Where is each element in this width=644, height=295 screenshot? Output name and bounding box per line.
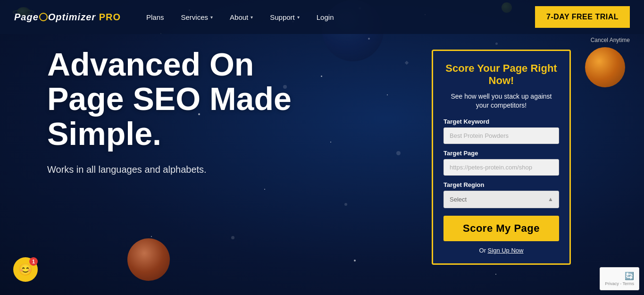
page-input[interactable] [443, 159, 559, 176]
signup-link[interactable]: Sign Up Now [488, 247, 524, 254]
recaptcha-text: Privacy - Terms [605, 281, 634, 286]
recaptcha-box: 🔄 Privacy - Terms [600, 267, 639, 290]
hero-title: Advanced On Page SEO Made Simple. [47, 47, 321, 151]
brown-planet [127, 238, 170, 281]
orange-planet [585, 47, 625, 87]
hero-subtitle: Works in all languages and alphabets. [47, 164, 321, 175]
keyword-label: Target Keyword [443, 118, 559, 125]
nav-links: Plans Services ▾ About ▾ Support ▾ Login [140, 9, 535, 25]
nav-services[interactable]: Services ▾ [175, 9, 220, 25]
region-select-wrapper: Select ▲ [443, 191, 559, 208]
score-card: Score Your Page Right Now! See how well … [432, 50, 571, 265]
chat-badge: 1 [29, 257, 38, 266]
support-chevron-icon: ▾ [297, 15, 300, 20]
logo-optimizer: Optimizer [48, 12, 96, 22]
about-chevron-icon: ▾ [251, 15, 253, 20]
scorecard-title: Score Your Page Right Now! [443, 62, 559, 87]
nav-login[interactable]: Login [310, 9, 341, 25]
nav-about[interactable]: About ▾ [223, 9, 259, 25]
logo-circle-icon [39, 13, 48, 21]
or-signup-text: Or Sign Up Now [443, 247, 559, 254]
trial-button[interactable]: 7-DAY FREE TRIAL [535, 6, 630, 28]
logo[interactable]: PageOptimizer PRO [14, 12, 121, 23]
logo-pro: PRO [99, 12, 121, 22]
navbar: PageOptimizer PRO Plans Services ▾ About… [0, 0, 644, 34]
keyword-input[interactable] [443, 127, 559, 144]
chat-icon: 😊 [18, 263, 33, 276]
chat-widget[interactable]: 😊 1 [13, 257, 38, 282]
nav-plans[interactable]: Plans [140, 9, 171, 25]
logo-page: Page [14, 12, 39, 22]
cancel-anytime-text: Cancel Anytime [591, 37, 630, 43]
hero-content: Advanced On Page SEO Made Simple. Works … [47, 47, 321, 175]
services-chevron-icon: ▾ [210, 15, 213, 20]
region-label: Target Region [443, 181, 559, 188]
region-select[interactable]: Select [443, 191, 559, 208]
scorecard-description: See how well you stack up against your c… [443, 92, 559, 110]
page-label: Target Page [443, 150, 559, 157]
score-button[interactable]: Score My Page [443, 216, 559, 241]
nav-support[interactable]: Support ▾ [263, 9, 306, 25]
